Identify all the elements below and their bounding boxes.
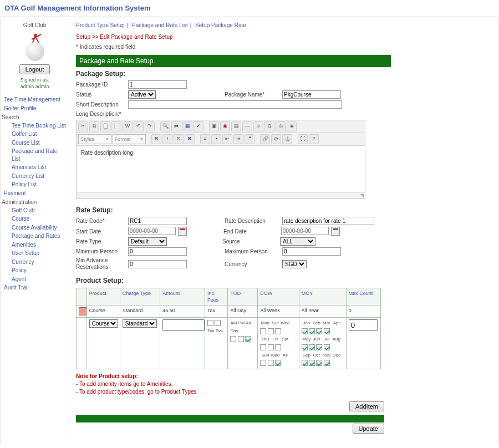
- about-icon[interactable]: ?: [309, 134, 319, 144]
- dow-tue-cb[interactable]: [268, 328, 274, 334]
- nav-golfer-list[interactable]: Golfer List: [3, 130, 67, 139]
- crumb-product-type[interactable]: Product Type Setup: [76, 22, 125, 28]
- dow-thu-cb[interactable]: [260, 344, 266, 350]
- moy-sep-cb[interactable]: [302, 360, 308, 366]
- rate-type-select[interactable]: Default: [128, 237, 167, 246]
- moy-jun-cb[interactable]: [309, 344, 315, 350]
- nav-payment[interactable]: Payment: [3, 189, 67, 198]
- moy-may-cb[interactable]: [302, 344, 308, 350]
- nav-golfer-profile[interactable]: Golfer Profile: [3, 104, 67, 113]
- package-id-input[interactable]: [128, 80, 187, 89]
- nav-policy[interactable]: Policy: [3, 266, 67, 275]
- find-icon[interactable]: 🔍: [160, 121, 170, 131]
- editor-resize[interactable]: [77, 192, 365, 198]
- italic-icon[interactable]: I: [162, 134, 172, 144]
- crumb-setup-package-rate[interactable]: Setup Package Rate: [195, 22, 246, 28]
- additem-button[interactable]: AddItem: [349, 401, 384, 411]
- moy-aug-cb[interactable]: [324, 344, 330, 350]
- hr-icon[interactable]: —: [242, 121, 252, 131]
- moy-oct-cb[interactable]: [309, 360, 315, 366]
- dow-mon-cb[interactable]: [260, 328, 266, 334]
- anchor-icon[interactable]: ⚓: [282, 134, 292, 144]
- iframe-icon[interactable]: ◈: [287, 121, 297, 131]
- nav-package-rate-list[interactable]: Package and Rate List: [3, 147, 67, 163]
- table-icon[interactable]: ▤: [231, 121, 241, 131]
- copy-icon[interactable]: ⧉: [89, 121, 99, 131]
- nav-package-rates[interactable]: Package and Rates: [3, 232, 67, 241]
- link-icon[interactable]: 🔗: [260, 134, 270, 144]
- outdent-icon[interactable]: ⇤: [222, 134, 232, 144]
- moy-dec-cb[interactable]: [324, 360, 330, 366]
- quote-icon[interactable]: ❝: [245, 134, 254, 144]
- nav-course-list[interactable]: Course List: [3, 139, 67, 147]
- start-date-input[interactable]: [128, 227, 176, 235]
- image-icon[interactable]: ▣: [209, 121, 219, 131]
- tod-am-checkbox[interactable]: [230, 336, 236, 342]
- min-adv-input[interactable]: [128, 260, 187, 268]
- dow-all-cb[interactable]: [275, 360, 281, 366]
- currency-select[interactable]: SGD: [282, 260, 307, 268]
- calendar-icon[interactable]: [178, 227, 187, 236]
- dow-wed-cb[interactable]: [275, 328, 281, 334]
- replace-icon[interactable]: ⇄: [171, 121, 181, 131]
- tod-all-checkbox[interactable]: [245, 336, 251, 342]
- paste-word-icon[interactable]: W: [123, 121, 133, 131]
- moy-mar-cb[interactable]: [316, 328, 322, 334]
- nav-amenities-list[interactable]: Amenities List: [3, 163, 67, 172]
- rate-code-input[interactable]: [128, 217, 187, 225]
- moy-jan-cb[interactable]: [302, 328, 308, 334]
- numlist-icon[interactable]: ≡: [200, 134, 210, 144]
- nav-currency-list[interactable]: Currency List: [3, 172, 67, 181]
- update-button[interactable]: Update: [353, 424, 384, 434]
- crumb-package-rate-list[interactable]: Package and Rate List: [132, 22, 188, 28]
- editor-body[interactable]: Rate description long: [77, 146, 365, 192]
- maximize-icon[interactable]: ⛶: [298, 134, 308, 144]
- undo-icon[interactable]: ↶: [134, 121, 144, 131]
- tax-checkbox[interactable]: [207, 320, 213, 326]
- unlink-icon[interactable]: ⊘: [271, 134, 281, 144]
- nav-amenities[interactable]: Amenities: [3, 241, 67, 250]
- dow-sun-cb[interactable]: [260, 360, 266, 366]
- cut-icon[interactable]: ✂: [78, 121, 88, 131]
- svc-checkbox[interactable]: [215, 320, 221, 326]
- nav-golf-club[interactable]: Golf Club: [3, 206, 67, 215]
- product-select[interactable]: Course: [89, 319, 118, 328]
- flash-icon[interactable]: ◉: [220, 121, 230, 131]
- moy-feb-cb[interactable]: [309, 328, 315, 334]
- max-count-input[interactable]: [349, 319, 378, 331]
- nav-currency[interactable]: Currency: [3, 258, 67, 267]
- select-all-icon[interactable]: ▦: [182, 121, 192, 131]
- nav-course[interactable]: Course: [3, 215, 67, 223]
- dow-wkd-cb[interactable]: [268, 360, 274, 366]
- spellcheck-icon[interactable]: ✔: [194, 121, 203, 131]
- min-person-input[interactable]: [128, 247, 187, 256]
- nav-audit[interactable]: Audit Trail: [3, 283, 67, 292]
- max-person-input[interactable]: [282, 247, 341, 256]
- delete-row-icon[interactable]: [79, 307, 87, 315]
- redo-icon[interactable]: ↷: [145, 121, 155, 131]
- end-date-input[interactable]: [281, 227, 329, 235]
- strike-icon[interactable]: S: [174, 134, 184, 144]
- tod-pm-checkbox[interactable]: [238, 336, 244, 342]
- paste-icon[interactable]: 📋: [100, 121, 110, 131]
- specialchar-icon[interactable]: Ω: [264, 121, 274, 131]
- paste-text-icon[interactable]: 📄: [111, 121, 121, 131]
- nav-tee-time[interactable]: Tee Time Management: [3, 95, 67, 104]
- nav-agent[interactable]: Agent: [3, 275, 67, 284]
- dow-fri-cb[interactable]: [268, 344, 274, 350]
- logout-button[interactable]: Logout: [19, 64, 50, 74]
- rate-desc-input[interactable]: [282, 217, 374, 225]
- bold-icon[interactable]: B: [151, 134, 161, 144]
- indent-icon[interactable]: ⇥: [233, 134, 243, 144]
- style-select[interactable]: Styles▼: [78, 134, 111, 144]
- bullist-icon[interactable]: •: [211, 134, 221, 144]
- nav-user-setup[interactable]: User Setup: [3, 249, 67, 258]
- dow-sat-cb[interactable]: [275, 344, 281, 350]
- smiley-icon[interactable]: ☺: [253, 121, 263, 131]
- short-desc-input[interactable]: [128, 100, 342, 109]
- nav-tee-booking[interactable]: Tee Time Booking List: [3, 121, 67, 130]
- format-select[interactable]: Format▼: [113, 134, 146, 144]
- pagebreak-icon[interactable]: ⎙: [276, 121, 286, 131]
- moy-nov-cb[interactable]: [316, 360, 322, 366]
- source-select[interactable]: ALL: [280, 237, 315, 246]
